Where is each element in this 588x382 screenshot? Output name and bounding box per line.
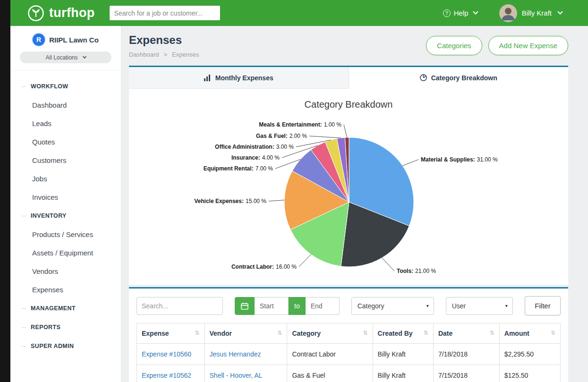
pie-label-office-administration: Office Administration:3.00 % bbox=[215, 144, 294, 150]
help-icon: ? bbox=[443, 9, 451, 17]
topbar-right: ? Help Billy Kraft bbox=[443, 4, 562, 22]
pie-chart-svg: Material & Supplies:31.00 %Tools:21.00 %… bbox=[129, 113, 568, 277]
expense-link[interactable]: Expense #10560 bbox=[142, 350, 191, 358]
global-search-input[interactable] bbox=[109, 5, 221, 21]
expenses-table: Expense⇅Vendor⇅Category⇅Created By⇅Date⇅… bbox=[136, 323, 561, 382]
sidebar-item-assets-equipment[interactable]: Assets / Equipment bbox=[10, 244, 121, 262]
sidebar-item-products-services[interactable]: Products / Services bbox=[10, 225, 121, 244]
cell-created-by: Billy Kraft bbox=[373, 344, 433, 365]
tab-monthly-expenses[interactable]: Monthly Expenses bbox=[129, 67, 349, 89]
user-select-value: User bbox=[452, 302, 466, 310]
pie-chart-area: Category Breakdown Material & Supplies:3… bbox=[129, 89, 568, 285]
sidebar-item-dashboard[interactable]: Dashboard bbox=[10, 96, 121, 114]
page-title: Expenses bbox=[129, 34, 199, 47]
sort-icon[interactable]: ⇅ bbox=[277, 330, 282, 336]
pie-label-insurance: Insurance:4.00 % bbox=[231, 154, 280, 161]
column-label: Category bbox=[292, 330, 321, 337]
expense-link[interactable]: Expense #10562 bbox=[142, 372, 191, 379]
tab-label: Category Breakdown bbox=[431, 74, 497, 82]
sort-icon[interactable]: ⇅ bbox=[490, 330, 494, 336]
tree-branch-icon: -- bbox=[22, 212, 26, 219]
company-selector[interactable]: R RIIPL Lawn Co bbox=[10, 34, 121, 46]
pie-label-vehicle-expenses: Vehicle Expenses:15.00 % bbox=[194, 198, 266, 204]
column-label: Amount bbox=[504, 330, 529, 337]
chevron-down-icon bbox=[557, 9, 562, 14]
sidebar-item-jobs[interactable]: Jobs bbox=[10, 170, 121, 188]
cell-expense: Expense #10562 bbox=[137, 365, 205, 382]
sidebar-section-reports[interactable]: --REPORTS bbox=[10, 318, 121, 337]
sidebar-section-super-admin[interactable]: --SUPER ADMIN bbox=[10, 337, 121, 356]
sidebar-section-label: REPORTS bbox=[31, 324, 60, 331]
table-header-row: Expense⇅Vendor⇅Category⇅Created By⇅Date⇅… bbox=[137, 323, 561, 344]
tree-branch-icon: -- bbox=[22, 83, 26, 90]
caret-down-icon: ▾ bbox=[426, 303, 429, 308]
categories-button[interactable]: Categories bbox=[426, 36, 482, 55]
column-header-vendor[interactable]: Vendor⇅ bbox=[205, 323, 287, 344]
sidebar-section-label: SUPER ADMIN bbox=[31, 343, 74, 349]
column-label: Vendor bbox=[210, 330, 232, 337]
pie-label-material-supplies: Material & Supplies:31.00 % bbox=[421, 156, 498, 163]
table-row: Expense #10560Jesus HernandezContract La… bbox=[137, 344, 561, 365]
sort-icon[interactable]: ⇅ bbox=[363, 330, 368, 336]
cell-vendor: Shell - Hoover, AL bbox=[205, 365, 287, 382]
end-date-input[interactable] bbox=[306, 297, 340, 315]
pie-chart-icon bbox=[420, 74, 427, 81]
pie-leader-line bbox=[299, 255, 311, 267]
sidebar-section-management[interactable]: --MANAGEMENT bbox=[10, 299, 121, 318]
sidebar-item-leads[interactable]: Leads bbox=[10, 114, 121, 133]
company-name: RIIPL Lawn Co bbox=[49, 36, 99, 44]
pie-label-tools: Tools:21.00 % bbox=[397, 268, 436, 274]
cell-amount: $2,295.50 bbox=[499, 344, 560, 365]
tab-category-breakdown[interactable]: Category Breakdown bbox=[349, 67, 569, 89]
column-label: Date bbox=[438, 330, 452, 337]
brand-logo[interactable]: turfhop bbox=[27, 5, 95, 22]
category-select[interactable]: Category ▾ bbox=[351, 297, 434, 315]
help-menu[interactable]: ? Help bbox=[443, 9, 477, 17]
cell-date: 7/18/2018 bbox=[433, 344, 499, 365]
tab-label: Monthly Expenses bbox=[215, 74, 273, 82]
sidebar-item-vendors[interactable]: Vendors bbox=[10, 262, 121, 280]
filter-button[interactable]: Filter bbox=[525, 296, 561, 315]
vendor-link[interactable]: Shell - Hoover, AL bbox=[210, 372, 263, 379]
column-header-category[interactable]: Category⇅ bbox=[287, 323, 373, 344]
sidebar-nav: --WORKFLOWDashboardLeadsQuotesCustomersJ… bbox=[10, 70, 121, 356]
sort-icon[interactable]: ⇅ bbox=[195, 330, 199, 336]
sidebar-item-invoices[interactable]: Invoices bbox=[10, 188, 121, 206]
pie-label-contract-labor: Contract Labor:16.00 % bbox=[231, 263, 297, 270]
vendor-link[interactable]: Jesus Hernandez bbox=[210, 350, 261, 358]
sidebar-section-workflow[interactable]: --WORKFLOW bbox=[10, 77, 121, 96]
pie-leader-line bbox=[269, 200, 284, 201]
cell-created-by: Billy Kraft bbox=[373, 365, 433, 382]
expenses-chart-panel: Monthly Expenses Category Breakdown Cate… bbox=[129, 66, 568, 285]
start-date-input[interactable] bbox=[255, 297, 289, 315]
user-menu[interactable]: Billy Kraft bbox=[499, 4, 562, 22]
column-label: Created By bbox=[378, 330, 413, 337]
help-label: Help bbox=[454, 9, 469, 17]
turfhop-logo-icon bbox=[27, 5, 44, 22]
sidebar-section-label: MANAGEMENT bbox=[31, 305, 76, 312]
pie-leader-line bbox=[344, 125, 347, 137]
cell-category: Contract Labor bbox=[287, 344, 373, 365]
column-header-date[interactable]: Date⇅ bbox=[433, 323, 499, 344]
sort-icon[interactable]: ⇅ bbox=[424, 330, 428, 336]
add-new-expense-button[interactable]: Add New Expense bbox=[488, 36, 568, 55]
company-block: R RIIPL Lawn Co All Locations bbox=[10, 26, 121, 70]
calendar-icon bbox=[240, 302, 249, 310]
column-header-created-by[interactable]: Created By⇅ bbox=[373, 323, 433, 344]
locations-dropdown[interactable]: All Locations bbox=[20, 51, 111, 63]
sidebar-item-expenses[interactable]: Expenses bbox=[10, 280, 121, 299]
sidebar-item-customers[interactable]: Customers bbox=[10, 151, 121, 170]
sidebar-item-quotes[interactable]: Quotes bbox=[10, 133, 121, 151]
user-select[interactable]: User ▾ bbox=[446, 297, 513, 315]
calendar-button[interactable] bbox=[235, 297, 255, 315]
column-header-amount[interactable]: Amount⇅ bbox=[499, 323, 560, 344]
table-search-input[interactable] bbox=[136, 297, 223, 315]
cell-vendor: Jesus Hernandez bbox=[205, 344, 287, 365]
sort-icon[interactable]: ⇅ bbox=[551, 330, 555, 336]
locations-label: All Locations bbox=[45, 54, 77, 61]
category-select-value: Category bbox=[358, 302, 384, 310]
breadcrumb-dashboard[interactable]: Dashboard bbox=[129, 51, 159, 58]
sidebar-section-inventory[interactable]: --INVENTORY bbox=[10, 206, 121, 225]
column-header-expense[interactable]: Expense⇅ bbox=[137, 323, 205, 344]
sidebar-section-label: INVENTORY bbox=[31, 212, 67, 219]
